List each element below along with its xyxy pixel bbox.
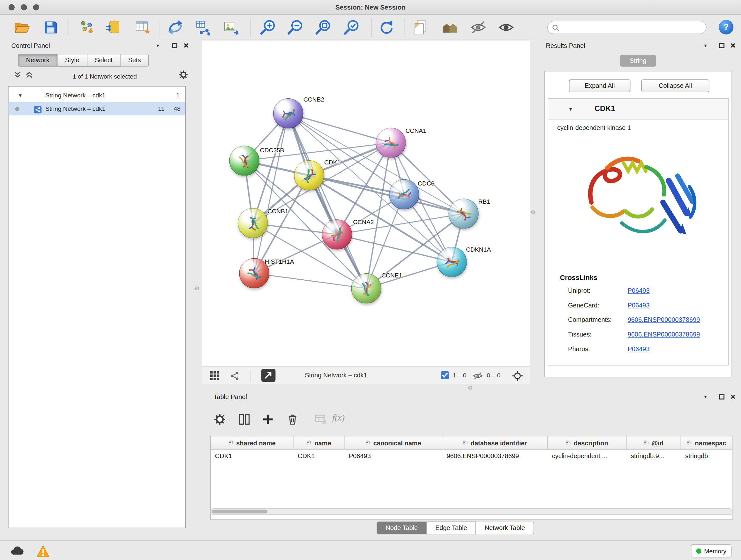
float-panel-icon[interactable]: [172, 43, 177, 48]
tab-style[interactable]: Style: [57, 54, 87, 67]
add-column-icon[interactable]: [262, 413, 274, 426]
network-node-cdkn1a[interactable]: [436, 247, 467, 277]
horizontal-scrollbar[interactable]: [210, 508, 733, 515]
tab-network-table[interactable]: Network Table: [476, 521, 534, 534]
vertical-splitter-handle[interactable]: [531, 210, 535, 214]
help-button[interactable]: ?: [719, 20, 733, 35]
memory-button-label: Memory: [704, 547, 727, 554]
network-node-rb1[interactable]: [448, 199, 479, 229]
show-graphics-details-button[interactable]: [441, 19, 458, 36]
hide-selected-button[interactable]: [470, 19, 487, 36]
tab-node-table[interactable]: Node Table: [377, 521, 427, 534]
collection-count: 1: [176, 89, 180, 102]
network-node-ccna2[interactable]: [322, 219, 352, 250]
control-panel-tabs: NetworkStyleSelectSets: [18, 54, 149, 67]
edge-CCNB2-HIST1H1A[interactable]: [254, 113, 288, 273]
warning-icon[interactable]: [36, 545, 50, 557]
table-row[interactable]: CDK1CDK1P064939606.ENSP00000378699cyclin…: [211, 449, 732, 462]
protein-structure-image: [573, 139, 705, 262]
zoom-out-button[interactable]: [287, 19, 304, 36]
hidden-eye-icon[interactable]: [473, 372, 483, 382]
section-expand-icon[interactable]: ▼: [568, 106, 573, 112]
column-header[interactable]: shared name: [211, 436, 293, 449]
vertical-splitter-handle[interactable]: [195, 287, 199, 290]
column-header[interactable]: description: [548, 436, 626, 449]
table-options-gear-icon[interactable]: [213, 413, 226, 426]
crosslink-link[interactable]: P06493: [628, 302, 650, 309]
float-panel-icon[interactable]: [719, 43, 724, 48]
column-header[interactable]: database identifier: [442, 436, 548, 449]
network-node-cdc6[interactable]: [389, 179, 419, 209]
table-header-row: shared namenamecanonical namedatabase id…: [211, 436, 732, 449]
edge-HIST1H1A-CCNE1[interactable]: [254, 273, 366, 288]
crosslink-link[interactable]: P06493: [628, 346, 650, 353]
horizontal-splitter-handle[interactable]: [468, 386, 472, 389]
column-header[interactable]: @id: [627, 436, 681, 449]
network-node-ccna1[interactable]: [376, 128, 406, 158]
expand-all-button[interactable]: Expand All: [569, 79, 630, 92]
network-options-gear-icon[interactable]: [179, 70, 188, 79]
network-collection-row[interactable]: ▼ String Network – cdk1 1: [9, 89, 185, 102]
close-panel-icon[interactable]: ✕: [730, 42, 736, 49]
column-header[interactable]: name: [293, 436, 345, 449]
refresh-view-button[interactable]: [378, 19, 395, 36]
crosslink-link[interactable]: P06493: [628, 287, 650, 294]
expand-all-networks-icon[interactable]: [25, 71, 33, 78]
network-node-ccne1[interactable]: [351, 273, 381, 304]
collapse-all-button[interactable]: Collapse All: [642, 79, 710, 92]
memory-button[interactable]: Memory: [691, 544, 731, 557]
grid-view-icon[interactable]: [210, 371, 220, 381]
open-file-button[interactable]: [13, 19, 30, 36]
tab-edge-table[interactable]: Edge Table: [427, 521, 476, 534]
zoom-selected-button[interactable]: [343, 19, 360, 36]
selected-checkbox[interactable]: [441, 371, 449, 379]
crosslink-link[interactable]: 9606.ENSP00000378699: [628, 316, 700, 323]
network-share-icon[interactable]: [230, 371, 240, 381]
float-panel-icon[interactable]: [719, 394, 724, 399]
network-canvas[interactable]: CCNB2CCNA1CDC25BCDK1CDC6RB1CCNB1CCNA2CDK…: [202, 41, 530, 366]
import-table-file-button[interactable]: [134, 19, 151, 36]
collapse-panel-icon[interactable]: ▾: [704, 43, 707, 49]
collapse-panel-icon[interactable]: ▾: [156, 43, 159, 49]
new-network-button[interactable]: [167, 19, 184, 36]
tab-string[interactable]: String: [620, 55, 656, 67]
delete-column-icon[interactable]: [286, 413, 299, 426]
detach-view-button[interactable]: [261, 369, 275, 382]
edge-CDK1-RB1[interactable]: [309, 175, 464, 213]
edge-CCNB2-CCNA1[interactable]: [288, 113, 391, 143]
collapse-all-networks-icon[interactable]: [14, 71, 21, 78]
column-header[interactable]: namespac: [681, 436, 732, 449]
clone-network-button[interactable]: [413, 19, 429, 36]
export-image-button[interactable]: [223, 19, 240, 36]
collection-expand-icon[interactable]: ▼: [18, 89, 23, 102]
import-network-database-button[interactable]: [105, 19, 122, 36]
network-from-table-button[interactable]: [195, 19, 212, 36]
close-panel-icon[interactable]: ✕: [730, 393, 736, 401]
cloud-icon[interactable]: [10, 545, 23, 557]
show-columns-icon[interactable]: [238, 413, 251, 426]
import-network-file-button[interactable]: [78, 19, 95, 36]
edge-CCNB2-CCNB1[interactable]: [253, 113, 288, 223]
zoom-fit-button[interactable]: [315, 19, 332, 36]
scrollbar-thumb[interactable]: [212, 509, 267, 513]
network-node-cdc25b[interactable]: [229, 145, 259, 176]
column-header[interactable]: canonical name: [345, 436, 443, 449]
network-row-selected[interactable]: String Network – cdk1 11 48: [9, 102, 185, 115]
tab-select[interactable]: Select: [87, 54, 120, 67]
birdseye-crosshair-icon[interactable]: [512, 371, 523, 381]
gene-section-header[interactable]: ▼ CDK1: [548, 99, 728, 120]
network-node-ccnb2[interactable]: [273, 98, 304, 129]
show-all-button[interactable]: [497, 19, 515, 36]
save-session-button[interactable]: [42, 19, 59, 36]
network-node-ccnb1[interactable]: [238, 208, 268, 239]
close-panel-icon[interactable]: ✕: [184, 42, 189, 49]
edge-CCNA2-CDKN1A[interactable]: [337, 235, 452, 262]
search-input[interactable]: [562, 22, 704, 33]
tab-sets[interactable]: Sets: [121, 54, 149, 67]
collapse-panel-icon[interactable]: ▾: [704, 394, 707, 400]
zoom-in-button[interactable]: [259, 19, 276, 36]
crosslink-link[interactable]: 9606.ENSP00000378699: [628, 331, 700, 338]
network-node-cdk1[interactable]: [294, 160, 324, 191]
tab-network[interactable]: Network: [18, 54, 57, 67]
edge-CCNB2-CCNE1[interactable]: [288, 113, 366, 288]
